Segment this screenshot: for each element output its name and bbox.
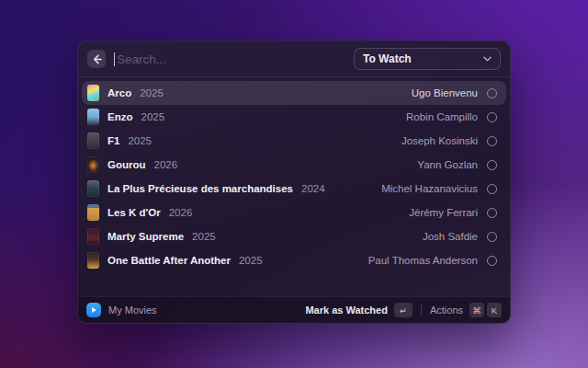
unchecked-circle-icon[interactable]	[487, 232, 497, 242]
movie-year: 2025	[141, 111, 164, 122]
filter-dropdown[interactable]: To Watch	[354, 48, 501, 70]
movie-poster-thumbnail	[87, 180, 99, 197]
unchecked-circle-icon[interactable]	[487, 184, 497, 194]
search-field-wrap	[114, 52, 345, 66]
movie-director: Ugo Bienvenu	[412, 87, 478, 98]
movie-row[interactable]: La Plus Précieuse des marchandises 2024 …	[82, 177, 506, 201]
movie-director: Joseph Kosinski	[401, 135, 478, 146]
movie-title: F1	[107, 135, 119, 146]
movie-title: Les K d'Or	[107, 207, 161, 218]
movie-director: Michel Hazanavicius	[381, 183, 478, 194]
movie-director: Yann Gozlan	[417, 159, 478, 170]
back-button[interactable]	[87, 50, 106, 68]
movie-year: 2025	[140, 87, 164, 98]
movie-poster-thumbnail	[87, 132, 99, 149]
movie-poster-thumbnail	[87, 109, 99, 125]
movie-row[interactable]: One Battle After Another 2025 Paul Thoma…	[82, 248, 506, 272]
movie-title: Enzo	[107, 111, 132, 122]
app-label: My Movies	[108, 305, 157, 316]
movie-year: 2025	[192, 231, 216, 242]
app-icon	[86, 303, 101, 317]
unchecked-circle-icon[interactable]	[487, 256, 497, 266]
unchecked-circle-icon[interactable]	[487, 208, 497, 218]
movie-row[interactable]: Enzo 2025 Robin Campillo	[82, 105, 506, 129]
enter-key-badge: ↵	[394, 303, 413, 317]
movie-row[interactable]: F1 2025 Joseph Kosinski	[82, 129, 506, 153]
unchecked-circle-icon[interactable]	[487, 88, 497, 98]
chevron-down-icon	[483, 56, 492, 62]
movie-row[interactable]: Marty Supreme 2025 Josh Safdie	[82, 224, 506, 248]
k-key-badge: K	[487, 303, 502, 317]
movie-year: 2026	[154, 159, 178, 170]
movie-title: Marty Supreme	[107, 231, 184, 242]
play-icon	[90, 306, 97, 314]
movie-poster-thumbnail	[87, 228, 99, 245]
movie-poster-thumbnail	[87, 156, 99, 173]
movie-director: Jérémy Ferrari	[409, 207, 478, 218]
movie-title: One Battle After Another	[107, 255, 231, 266]
filter-dropdown-value: To Watch	[363, 52, 412, 65]
movie-poster-thumbnail	[87, 204, 99, 221]
movie-poster-thumbnail	[87, 252, 99, 269]
launcher-window: To Watch Arco 2025 Ugo Bienvenu Enzo 202…	[77, 40, 511, 324]
unchecked-circle-icon[interactable]	[487, 160, 497, 170]
search-bar: To Watch	[78, 41, 510, 76]
footer-divider	[421, 305, 422, 316]
movie-director: Josh Safdie	[423, 231, 478, 242]
back-arrow-icon	[92, 54, 102, 64]
movie-year: 2024	[301, 183, 325, 194]
movie-title: Arco	[107, 87, 131, 98]
movie-row[interactable]: Arco 2025 Ugo Bienvenu	[82, 81, 506, 105]
movie-year: 2025	[128, 135, 152, 146]
command-key-badge: ⌘	[469, 303, 484, 317]
movie-row[interactable]: Gourou 2026 Yann Gozlan	[82, 153, 506, 177]
unchecked-circle-icon[interactable]	[487, 112, 497, 122]
movie-row[interactable]: Les K d'Or 2026 Jérémy Ferrari	[82, 201, 506, 224]
unchecked-circle-icon[interactable]	[487, 136, 497, 146]
movie-title: La Plus Précieuse des marchandises	[107, 183, 293, 194]
movie-director: Paul Thomas Anderson	[368, 255, 478, 266]
movie-poster-thumbnail	[87, 85, 99, 101]
action-bar: My Movies Mark as Watched ↵ Actions ⌘ K	[78, 296, 510, 323]
movie-director: Robin Campillo	[406, 111, 478, 122]
movie-title: Gourou	[107, 159, 146, 170]
movie-year: 2025	[239, 255, 263, 266]
actions-button[interactable]: Actions	[430, 305, 463, 316]
search-input[interactable]	[115, 52, 345, 66]
movie-year: 2026	[169, 207, 193, 218]
primary-action-button[interactable]: Mark as Watched	[305, 305, 387, 316]
movie-list: Arco 2025 Ugo Bienvenu Enzo 2025 Robin C…	[78, 77, 510, 296]
